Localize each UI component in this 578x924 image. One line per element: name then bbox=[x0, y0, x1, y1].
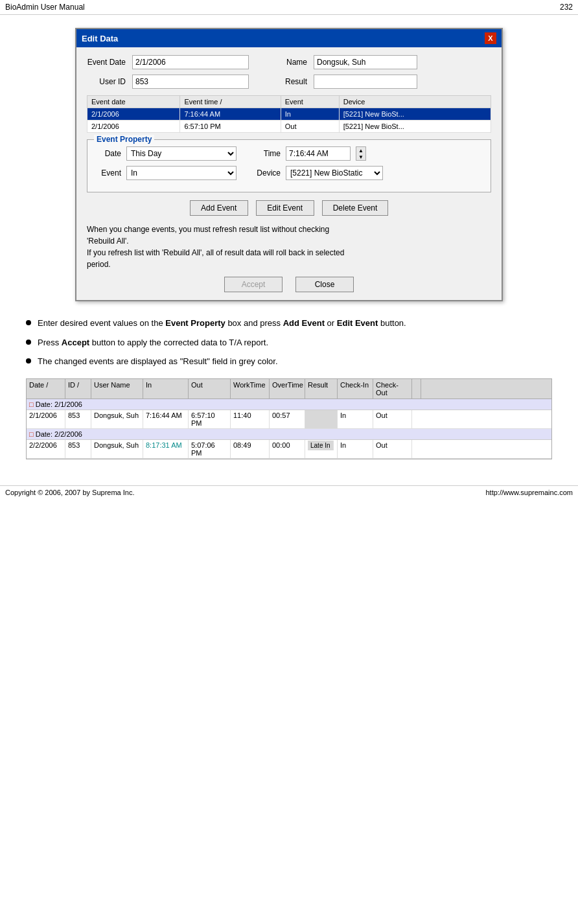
cell-name: Dongsuk, Suh bbox=[91, 440, 143, 458]
close-button[interactable]: Close bbox=[295, 277, 354, 292]
col-header-checkout: Check-Out bbox=[373, 379, 412, 398]
device-select[interactable]: [5221] New BioStatic bbox=[286, 166, 383, 180]
notice-line1: When you change events, you must refresh… bbox=[87, 225, 329, 234]
col-header-overtime: OverTime bbox=[270, 379, 305, 398]
cell-out: 6:57:10 PM bbox=[189, 410, 231, 428]
page-number: 232 bbox=[560, 3, 573, 12]
page-content: Edit Data X Event Date Name User ID Resu… bbox=[0, 15, 578, 472]
bottom-table-header: Date / ID / User Name In Out WorkTime Ov… bbox=[27, 379, 551, 399]
cell-worktime: 08:49 bbox=[231, 440, 270, 458]
action-buttons-row: Add Event Edit Event Delete Event bbox=[87, 200, 491, 216]
result-label: Result bbox=[268, 77, 307, 86]
table-row[interactable]: 2/1/2006 6:57:10 PM Out [5221] New BioSt… bbox=[87, 121, 491, 133]
col-event-date: Event date bbox=[87, 96, 180, 108]
event-date-input[interactable] bbox=[132, 55, 249, 69]
group-label-1: Date: 2/1/2006 bbox=[36, 400, 82, 408]
event-property-box: Event Property Date This Day Custom Time… bbox=[87, 139, 491, 192]
bullet-dot bbox=[26, 358, 31, 364]
dialog-body: Event Date Name User ID Result Event dat… bbox=[76, 47, 502, 300]
add-event-button[interactable]: Add Event bbox=[190, 200, 248, 216]
website-text: http://www.supremainc.com bbox=[486, 489, 573, 496]
col-header-out: Out bbox=[189, 379, 231, 398]
event-select[interactable]: In Out bbox=[126, 166, 237, 180]
cell-name: Dongsuk, Suh bbox=[91, 410, 143, 428]
col-header-checkin: Check-In bbox=[338, 379, 373, 398]
copyright-text: Copyright © 2006, 2007 by Suprema Inc. bbox=[5, 489, 135, 496]
prop-event-device-row: Event In Out Device [5221] New BioStatic bbox=[95, 166, 483, 180]
device-prop-label: Device bbox=[255, 168, 281, 178]
date-select[interactable]: This Day Custom bbox=[126, 146, 237, 161]
delete-event-button[interactable]: Delete Event bbox=[322, 200, 389, 216]
dialog-titlebar: Edit Data X bbox=[76, 29, 502, 47]
date-prop-label: Date bbox=[95, 149, 121, 158]
dialog-close-button[interactable]: X bbox=[485, 32, 496, 44]
cell-id: 853 bbox=[65, 410, 91, 428]
time-prop-label: Time bbox=[255, 149, 281, 158]
cell-checkin: In bbox=[338, 410, 373, 428]
cell-result: Late In bbox=[305, 440, 338, 458]
name-input[interactable] bbox=[314, 55, 417, 69]
cell-time: 6:57:10 PM bbox=[180, 121, 281, 133]
name-label: Name bbox=[268, 58, 307, 67]
cell-overtime: 00:57 bbox=[270, 410, 305, 428]
notice-text: When you change events, you must refresh… bbox=[87, 224, 491, 270]
group-icon-1: □ bbox=[29, 400, 34, 408]
bullet-text-2: Press Accept button to apply the correct… bbox=[38, 336, 268, 349]
col-header-result: Result bbox=[305, 379, 338, 398]
group-header-2: □ Date: 2/2/2006 bbox=[27, 429, 551, 440]
event-prop-label: Event bbox=[95, 168, 121, 178]
col-header-date: Date / bbox=[27, 379, 65, 398]
accept-button[interactable]: Accept bbox=[224, 277, 283, 292]
result-input[interactable] bbox=[314, 75, 417, 89]
col-event-time: Event time / bbox=[180, 96, 281, 108]
notice-line3: If you refresh list with 'Rebuild All', … bbox=[87, 248, 344, 257]
footer-buttons-row: Accept Close bbox=[87, 277, 491, 292]
bottom-table: Date / ID / User Name In Out WorkTime Ov… bbox=[26, 378, 552, 459]
spinner-down-button[interactable]: ▼ bbox=[356, 154, 365, 160]
table-row[interactable]: 2/1/2006 7:16:44 AM In [5221] New BioSt.… bbox=[87, 108, 491, 121]
edit-data-dialog: Edit Data X Event Date Name User ID Resu… bbox=[75, 28, 503, 301]
cell-worktime: 11:40 bbox=[231, 410, 270, 428]
col-event: Event bbox=[281, 96, 339, 108]
cell-event: In bbox=[281, 108, 339, 121]
dialog-title: Edit Data bbox=[82, 34, 118, 43]
cell-date: 2/2/2006 bbox=[27, 440, 65, 458]
cell-device: [5221] New BioSt... bbox=[339, 108, 491, 121]
event-property-legend: Event Property bbox=[94, 135, 154, 144]
user-id-input[interactable] bbox=[132, 75, 249, 89]
cell-event: Out bbox=[281, 121, 339, 133]
list-item: Enter desired event values on the Event … bbox=[26, 317, 552, 330]
prop-date-time-row: Date This Day Custom Time ▲ ▼ bbox=[95, 146, 483, 161]
cell-out: 5:07:06 PM bbox=[189, 440, 231, 458]
spinner-up-button[interactable]: ▲ bbox=[356, 147, 365, 154]
user-id-label: User ID bbox=[87, 77, 126, 86]
page-header: BioAdmin User Manual 232 bbox=[0, 0, 578, 15]
cell-date: 2/1/2006 bbox=[27, 410, 65, 428]
cell-date: 2/1/2006 bbox=[87, 121, 180, 133]
event-table: Event date Event time / Event Device 2/1… bbox=[87, 95, 491, 133]
bullet-dot bbox=[26, 320, 31, 325]
cell-checkin: In bbox=[338, 440, 373, 458]
list-item: The changed events are displayed as "Res… bbox=[26, 355, 552, 368]
cell-date: 2/1/2006 bbox=[87, 108, 180, 121]
event-date-label: Event Date bbox=[87, 58, 126, 67]
cell-time: 7:16:44 AM bbox=[180, 108, 281, 121]
edit-event-button[interactable]: Edit Event bbox=[256, 200, 314, 216]
cell-id: 853 bbox=[65, 440, 91, 458]
cell-in: 8:17:31 AM bbox=[143, 440, 189, 458]
col-header-in: In bbox=[143, 379, 189, 398]
table-row: 2/2/2006 853 Dongsuk, Suh 8:17:31 AM 5:0… bbox=[27, 440, 551, 459]
bullet-text-1: Enter desired event values on the Event … bbox=[38, 317, 406, 330]
cell-overtime: 00:00 bbox=[270, 440, 305, 458]
col-header-username: User Name bbox=[91, 379, 143, 398]
col-header-worktime: WorkTime bbox=[231, 379, 270, 398]
time-spinner[interactable]: ▲ ▼ bbox=[356, 146, 366, 161]
time-input[interactable] bbox=[286, 146, 351, 161]
cell-device: [5221] New BioSt... bbox=[339, 121, 491, 133]
manual-title: BioAdmin User Manual bbox=[5, 3, 85, 12]
user-id-row: User ID Result bbox=[87, 75, 491, 89]
group-label-2: Date: 2/2/2006 bbox=[36, 430, 82, 438]
group-icon-2: □ bbox=[29, 430, 34, 438]
group-header-1: □ Date: 2/1/2006 bbox=[27, 399, 551, 410]
late-in-badge: Late In bbox=[308, 441, 334, 450]
